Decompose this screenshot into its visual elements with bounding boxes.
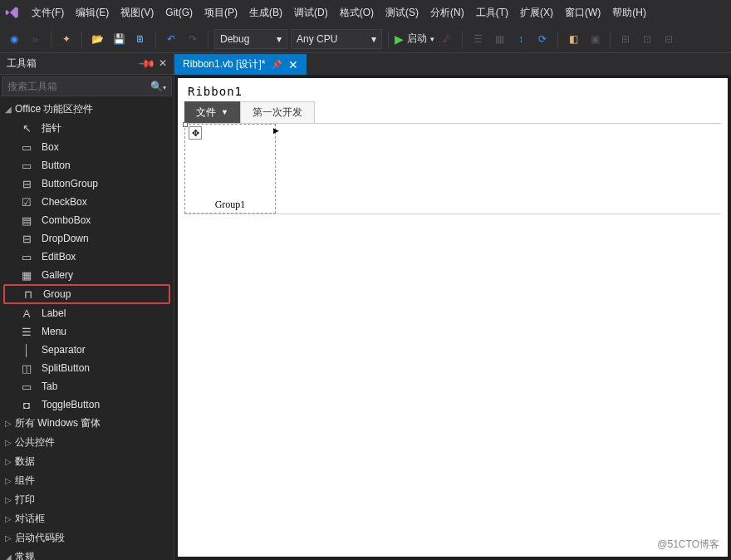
category-office[interactable]: ◢ Office 功能区控件 (0, 100, 174, 119)
save-all-button[interactable]: 🗎 (131, 30, 150, 48)
chevron-down-icon: ▼ (221, 108, 228, 116)
platform-dropdown[interactable]: Any CPU ▾ (291, 29, 382, 49)
redo-button[interactable]: ↷ (184, 30, 202, 48)
item-label: SplitButton (42, 362, 90, 374)
category-item[interactable]: ▷对话框 (0, 509, 174, 528)
ribbon-group[interactable]: ✥ ▶ Group1 (184, 124, 276, 214)
combo-icon: ▤ (20, 214, 33, 227)
menu-test[interactable]: 测试(S) (385, 6, 419, 20)
tool-icon[interactable]: ⊡ (638, 30, 656, 48)
menu-help[interactable]: 帮助(H) (612, 6, 646, 20)
tool-icon[interactable]: ▦ (490, 30, 508, 48)
menu-edit[interactable]: 编辑(E) (76, 6, 109, 20)
tool-icon[interactable]: ◧ (564, 30, 582, 48)
menu-analyze[interactable]: 分析(N) (430, 6, 464, 20)
category-label: 所有 Windows 窗体 (15, 416, 101, 430)
toolbox-item-buttongroup[interactable]: ⊟ButtonGroup (0, 174, 174, 193)
ribbon-name: Ribbon1 (184, 85, 721, 101)
tool-icon[interactable]: ▣ (586, 30, 604, 48)
toolbox-item-checkbox[interactable]: ☑CheckBox (0, 193, 174, 211)
caret-icon: ▷ (5, 514, 15, 523)
move-handle-icon[interactable]: ✥ (189, 126, 202, 140)
search-input[interactable] (7, 81, 150, 92)
separator (208, 31, 209, 47)
ribbon-designer[interactable]: Ribbon1 文件 ▼ 第一次开发 ✥ ▶ Group1 @51CTO博客 (178, 78, 728, 557)
config-dropdown[interactable]: Debug ▾ (214, 29, 287, 49)
category-item[interactable]: ▷数据 (0, 452, 174, 471)
document-tab[interactable]: Ribbon1.vb [设计]* 📌 ✕ (174, 54, 307, 75)
toolbox-item-combobox[interactable]: ▤ComboBox (0, 211, 174, 229)
toolbox-item-label[interactable]: ALabel (0, 304, 174, 322)
new-button[interactable]: ✦ (57, 30, 76, 48)
undo-button[interactable]: ↶ (162, 30, 180, 48)
caret-icon: ▷ (5, 457, 15, 466)
watermark: @51CTO博客 (657, 538, 719, 552)
pin-icon[interactable]: 📌 (138, 55, 156, 73)
sep-icon: │ (20, 343, 33, 356)
toolbox-item-指针[interactable]: ↖指针 (0, 119, 174, 138)
toolbox-item-gallery[interactable]: ▦Gallery (0, 266, 174, 284)
ribbon-tab-dev[interactable]: 第一次开发 (240, 101, 315, 123)
close-icon[interactable]: ✕ (159, 57, 167, 70)
caret-icon: ▷ (5, 419, 15, 428)
category-item[interactable]: ▷公共控件 (0, 433, 174, 452)
menu-window[interactable]: 窗口(W) (565, 6, 601, 20)
toolbox-item-menu[interactable]: ☰Menu (0, 322, 174, 341)
category-item[interactable]: ▷组件 (0, 471, 174, 490)
category-item[interactable]: ◢常规 (0, 548, 174, 560)
menu-format[interactable]: 格式(O) (340, 6, 374, 20)
expand-icon[interactable]: ▶ (273, 126, 282, 135)
toolbox-item-box[interactable]: ▭Box (0, 138, 174, 156)
open-button[interactable]: 📂 (88, 30, 106, 48)
vs-logo-icon (5, 5, 20, 20)
forward-button[interactable]: ▹ (27, 30, 45, 48)
menu-file[interactable]: 文件(F) (32, 6, 64, 20)
close-icon[interactable]: ✕ (288, 58, 298, 71)
toolbox-tree: ◢ Office 功能区控件 ↖指针▭Box▭Button⊟ButtonGrou… (0, 98, 174, 560)
ribbon-tab-file[interactable]: 文件 ▼ (184, 101, 240, 123)
category-item[interactable]: ▷启动代码段 (0, 528, 174, 548)
pointer-icon: ↖ (20, 122, 33, 135)
category-item[interactable]: ▷打印 (0, 490, 174, 509)
tool-icon[interactable]: ↕ (512, 30, 530, 48)
toolbox-item-dropdown[interactable]: ⊟DropDown (0, 229, 174, 248)
chevron-down-icon: ▾ (277, 33, 282, 45)
category-item[interactable]: ▷所有 Windows 窗体 (0, 414, 174, 433)
toolbox-search[interactable]: 🔍▾ (2, 76, 172, 96)
toolbox-item-separator[interactable]: │Separator (0, 341, 174, 359)
menu-view[interactable]: 视图(V) (120, 6, 154, 20)
toolbox-item-togglebutton[interactable]: ◘ToggleButton (0, 395, 174, 414)
edit-icon: ▭ (20, 250, 33, 263)
toolbox-item-button[interactable]: ▭Button (0, 156, 174, 174)
item-label: Tab (42, 381, 57, 392)
tool-icon[interactable]: ⊞ (616, 30, 635, 48)
save-button[interactable]: 💾 (110, 30, 128, 48)
caret-down-icon: ◢ (5, 105, 15, 114)
tool-icon[interactable]: ⟳ (533, 30, 552, 48)
separator (610, 31, 611, 47)
menu-extensions[interactable]: 扩展(X) (520, 6, 553, 20)
menu-project[interactable]: 项目(P) (204, 6, 238, 20)
toolbox-item-editbox[interactable]: ▭EditBox (0, 248, 174, 266)
pin-icon[interactable]: 📌 (272, 60, 282, 69)
tool-icon[interactable]: ⊟ (660, 30, 678, 48)
ribbon-tabs: 文件 ▼ 第一次开发 (184, 101, 721, 124)
tab-label: 文件 (196, 106, 216, 120)
back-button[interactable]: ◉ (5, 30, 23, 48)
start-button[interactable]: ▶ 启动 ▾ (395, 32, 434, 46)
menu-tools[interactable]: 工具(T) (476, 6, 508, 20)
menu-debug[interactable]: 调试(D) (294, 6, 328, 20)
item-label: Group (43, 288, 71, 300)
menu-git[interactable]: Git(G) (165, 7, 193, 18)
tab-bar: Ribbon1.vb [设计]* 📌 ✕ (174, 53, 731, 75)
toolbox-title: 工具箱 (7, 56, 37, 71)
box-icon: ▭ (20, 140, 33, 154)
toolbox-item-tab[interactable]: ▭Tab (0, 377, 174, 395)
hot-reload-button[interactable]: ☄ (438, 30, 456, 48)
tool-icon[interactable]: ☰ (469, 30, 487, 48)
toolbox-item-splitbutton[interactable]: ◫SplitButton (0, 359, 174, 377)
category-label: 启动代码段 (15, 531, 65, 545)
menu-build[interactable]: 生成(B) (249, 6, 282, 20)
toolbox-item-group[interactable]: ⊓Group (3, 284, 170, 304)
selection-handle[interactable] (183, 122, 188, 127)
